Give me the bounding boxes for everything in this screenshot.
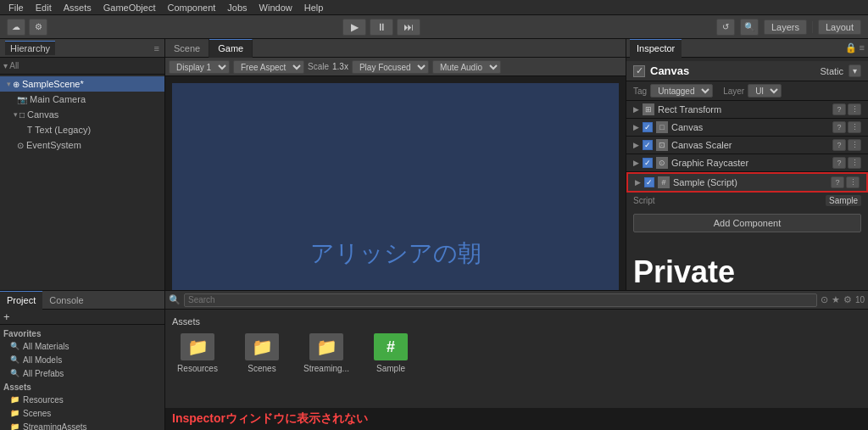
proj-resources[interactable]: 📁 Resources bbox=[3, 393, 161, 406]
component-rect-transform[interactable]: ▶ ⊞ Rect Transform ? ⋮ bbox=[626, 101, 868, 119]
aspect-select[interactable]: Free Aspect bbox=[233, 60, 304, 74]
tab-scene[interactable]: Scene bbox=[165, 39, 209, 58]
tag-select[interactable]: Untagged bbox=[650, 84, 713, 98]
tab-console[interactable]: Console bbox=[42, 291, 90, 310]
comp-menu-0[interactable]: ⋮ bbox=[848, 103, 861, 115]
static-button[interactable]: ▾ bbox=[849, 64, 861, 77]
layer-select[interactable]: UI bbox=[748, 84, 782, 98]
hier-label-maincamera: Main Camera bbox=[30, 94, 86, 104]
assets-star-icon[interactable]: ★ bbox=[832, 294, 840, 305]
toolbar-divider bbox=[812, 21, 813, 33]
proj-all-prefabs[interactable]: 🔍 All Prefabs bbox=[3, 366, 161, 380]
menu-edit[interactable]: Edit bbox=[31, 1, 57, 14]
folder-icon-scenes: 📁 bbox=[245, 333, 279, 360]
tab-project[interactable]: Project bbox=[0, 291, 42, 310]
add-project-icon[interactable]: + bbox=[3, 310, 10, 323]
component-canvas[interactable]: ▶ ✓ □ Canvas ? ⋮ bbox=[626, 119, 868, 137]
proj-streaming-label: StreamingAssets bbox=[23, 422, 87, 431]
undo-icon[interactable]: ↺ bbox=[716, 19, 735, 36]
comp-arrow-2: ▶ bbox=[633, 141, 639, 149]
hier-item-text[interactable]: T Text (Legacy) bbox=[0, 122, 164, 137]
comp-menu-1[interactable]: ⋮ bbox=[848, 121, 861, 133]
inspector-menu-icon[interactable]: ≡ bbox=[860, 42, 865, 53]
hierarchy-menu-icon[interactable]: ≡ bbox=[154, 43, 159, 53]
proj-all-materials[interactable]: 🔍 All Materials bbox=[3, 339, 161, 353]
menu-gameobject[interactable]: GameObject bbox=[98, 1, 161, 14]
search-icon-assets: 🔍 bbox=[169, 294, 181, 305]
toolbar: ☁ ⚙ ▶ ⏸ ⏭ ↺ 🔍 Layers Layout bbox=[0, 15, 868, 39]
comp-info-0[interactable]: ? bbox=[832, 103, 846, 115]
game-toolbar: Display 1 Free Aspect Scale 1.3x Play Fo… bbox=[165, 58, 626, 76]
comp-info-4[interactable]: ? bbox=[831, 176, 844, 188]
component-canvas-scaler[interactable]: ▶ ✓ ⊡ Canvas Scaler ? ⋮ bbox=[626, 137, 868, 154]
menu-file[interactable]: File bbox=[3, 1, 29, 14]
proj-scenes[interactable]: 📁 Scenes bbox=[3, 406, 161, 420]
proj-resources-label: Resources bbox=[23, 395, 64, 405]
tab-inspector[interactable]: Inspector bbox=[630, 39, 682, 58]
favorites-section: Favorites 🔍 All Materials 🔍 All Models 🔍… bbox=[3, 328, 161, 380]
layers-button[interactable]: Layers bbox=[764, 20, 807, 35]
hier-item-eventsystem[interactable]: ⊙ EventSystem bbox=[0, 137, 164, 153]
search-icon[interactable]: 🔍 bbox=[740, 19, 759, 36]
asset-resources[interactable]: 📁 Resources bbox=[172, 333, 223, 373]
assets-search-input[interactable] bbox=[184, 293, 817, 307]
project-toolbar: + bbox=[0, 310, 164, 325]
hier-label-samplescene: SampleScene* bbox=[22, 79, 84, 89]
comp-check-2[interactable]: ✓ bbox=[643, 140, 653, 150]
component-sample-script[interactable]: ▶ ✓ # Sample (Script) ? ⋮ bbox=[626, 172, 868, 193]
comp-name-3: Graphic Raycaster bbox=[671, 158, 829, 168]
asset-sample[interactable]: # Sample bbox=[365, 333, 416, 373]
mute-select[interactable]: Mute Audio bbox=[432, 60, 501, 74]
comp-btns-0: ? ⋮ bbox=[832, 103, 861, 115]
favorites-title: Favorites bbox=[3, 328, 161, 339]
comp-icon-2: ⊡ bbox=[656, 139, 668, 151]
object-enabled-checkbox[interactable]: ✓ bbox=[633, 65, 645, 77]
add-component-button[interactable]: Add Component bbox=[633, 214, 861, 232]
folder-icon-s: 📁 bbox=[10, 409, 19, 417]
comp-info-3[interactable]: ? bbox=[832, 157, 846, 169]
comp-menu-3[interactable]: ⋮ bbox=[848, 157, 861, 169]
menu-jobs[interactable]: Jobs bbox=[222, 1, 252, 14]
component-graphic-raycaster[interactable]: ▶ ✓ ⊙ Graphic Raycaster ? ⋮ bbox=[626, 154, 868, 172]
hier-item-samplescene[interactable]: ▾ ⊕ SampleScene* bbox=[0, 76, 164, 92]
comp-info-2[interactable]: ? bbox=[832, 139, 846, 151]
pause-button[interactable]: ⏸ bbox=[370, 19, 393, 36]
camera-icon: 📷 bbox=[17, 95, 27, 104]
hierarchy-header: Hierarchy ≡ bbox=[0, 39, 164, 58]
layout-button[interactable]: Layout bbox=[818, 20, 861, 35]
tab-hierarchy[interactable]: Hierarchy bbox=[5, 41, 55, 55]
assets-settings-icon[interactable]: ⚙ bbox=[843, 294, 852, 305]
menu-component[interactable]: Component bbox=[162, 1, 220, 14]
tag-label: Tag bbox=[633, 87, 647, 96]
comp-menu-2[interactable]: ⋮ bbox=[848, 139, 861, 151]
comp-icon-1: □ bbox=[656, 121, 668, 133]
step-button[interactable]: ⏭ bbox=[397, 19, 420, 36]
assets-filter-icon[interactable]: ⊙ bbox=[821, 294, 828, 305]
collab-icon[interactable]: ⚙ bbox=[29, 19, 47, 36]
hier-item-maincamera[interactable]: 📷 Main Camera bbox=[0, 92, 164, 107]
menu-window[interactable]: Window bbox=[254, 1, 298, 14]
script-row: Script Sample bbox=[626, 193, 868, 209]
cloud-icon[interactable]: ☁ bbox=[7, 19, 25, 36]
comp-check-3[interactable]: ✓ bbox=[643, 158, 653, 168]
asset-name-streaming: Streaming... bbox=[303, 364, 349, 373]
comp-info-1[interactable]: ? bbox=[832, 121, 846, 133]
menu-help[interactable]: Help bbox=[299, 1, 329, 14]
proj-streaming[interactable]: 📁 StreamingAssets bbox=[3, 420, 161, 430]
playfocused-select[interactable]: Play Focused bbox=[352, 60, 429, 74]
menu-assets[interactable]: Assets bbox=[58, 1, 97, 14]
tab-game[interactable]: Game bbox=[209, 39, 253, 58]
comp-check-1[interactable]: ✓ bbox=[643, 122, 653, 132]
hier-item-canvas[interactable]: ▾ □ Canvas bbox=[0, 107, 164, 122]
comp-check-4[interactable]: ✓ bbox=[644, 177, 654, 187]
inspector-lock-icon[interactable]: 🔒 bbox=[845, 42, 857, 53]
display-select[interactable]: Display 1 bbox=[169, 60, 230, 74]
comp-menu-4[interactable]: ⋮ bbox=[846, 176, 860, 188]
asset-streaming[interactable]: 📁 Streaming... bbox=[301, 333, 352, 373]
asset-scenes[interactable]: 📁 Scenes bbox=[236, 333, 287, 373]
hier-arrow-canvas: ▾ bbox=[14, 110, 18, 119]
proj-materials-label: All Materials bbox=[23, 342, 69, 351]
play-button[interactable]: ▶ bbox=[342, 19, 366, 36]
proj-all-models[interactable]: 🔍 All Models bbox=[3, 353, 161, 366]
assets-panel: 🔍 ⊙ ★ ⚙ 10 Assets 📁 Resources 📁 Scenes 📁 bbox=[165, 291, 868, 430]
